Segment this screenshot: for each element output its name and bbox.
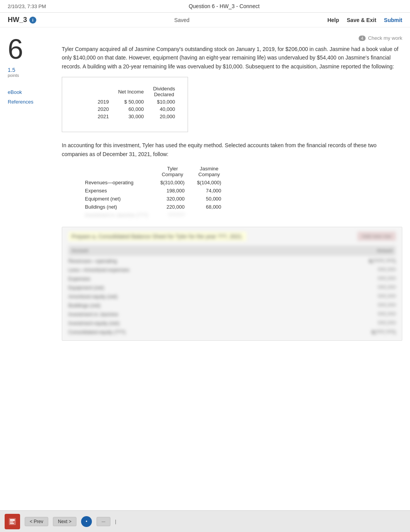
page-title: Question 6 - HW_3 - Connect: [189, 3, 260, 9]
answer-row-8-value: ???,???: [357, 320, 396, 326]
save-exit-button[interactable]: Save & Exit: [347, 17, 376, 23]
answer-row-5: Amortized equity (net) ???,???: [68, 293, 396, 300]
income-table-header: Net Income DividendsDeclared: [93, 85, 180, 98]
net-income-2020: 60,000: [114, 105, 148, 113]
taskbar: < Prev Next > • ··· |: [0, 510, 410, 532]
buildings-jasmine: 68,000: [191, 203, 227, 211]
main-content: 6 1.5 points eBook References 4 Check my…: [0, 27, 410, 348]
answer-value-header: Amount: [349, 247, 396, 254]
answer-row-8-label: Investment equity (net): [68, 320, 354, 326]
revenues-tyler: $(310,000): [154, 178, 191, 187]
equipment-label: Equipment (net): [85, 195, 154, 203]
answer-row-3-value: ???,???: [357, 276, 396, 282]
answer-label-header: Account: [68, 247, 346, 254]
dividends-2020: 40,000: [148, 105, 180, 113]
revenues-row: Revenues—operating $(310,000) $(104,000): [85, 178, 227, 187]
income-table-container: Net Income DividendsDeclared 2019 $ 50,0…: [62, 77, 188, 132]
companies-header-row: TylerCompany JasmineCompany: [85, 165, 227, 178]
equipment-tyler: 320,000: [154, 195, 191, 203]
app-icon-svg: [8, 517, 17, 526]
buildings-row: Buildings (net) 220,000 68,000: [85, 203, 227, 211]
expenses-row: Expenses 198,000 74,000: [85, 187, 227, 195]
taskbar-app-icon: [5, 514, 20, 529]
answer-row-6: Buildings (net) ???,???: [68, 302, 396, 309]
revenues-jasmine: $(104,000): [191, 178, 227, 187]
ebook-link[interactable]: eBook: [8, 89, 54, 95]
expenses-label: Expenses: [85, 187, 154, 195]
net-income-2021: 30,000: [114, 113, 148, 120]
investment-label-blurred: Investment in Jasmine (???): [85, 211, 154, 219]
companies-table: TylerCompany JasmineCompany Revenues—ope…: [85, 165, 227, 219]
question-text: Tyler Company acquired all of Jasmine Co…: [62, 45, 402, 71]
year-2019: 2019: [93, 98, 114, 105]
hw-title-text: HW_3: [8, 16, 27, 24]
answer-row-7-value: ???,???: [357, 311, 396, 317]
header-bar: HW_3 i Saved Help Save & Exit Submit: [0, 13, 410, 27]
taskbar-page-indicator: •: [81, 516, 92, 527]
answer-row-5-label: Amortized equity (net): [68, 294, 354, 299]
answer-row-9: Consolidated equity (???) $(???,???): [68, 328, 396, 336]
equity-method-text: In accounting for this investment, Tyler…: [62, 141, 402, 158]
answer-row-4: Equipment (net) ???,???: [68, 284, 396, 291]
answer-row-1: Revenues—operating $(????,???): [68, 257, 396, 265]
answer-table-header: Prepare a, Consolidated Balance Sheet fo…: [68, 232, 396, 241]
answer-row-1-value: $(????,???): [357, 258, 396, 264]
check-work-area: 4 Check my work: [62, 35, 402, 41]
sidebar-links: eBook References: [8, 89, 54, 105]
answer-row-7: Investment in Jasmine ???,???: [68, 311, 396, 318]
income-row-2021: 2021 30,000 20,000: [93, 113, 180, 120]
answer-row-2-label: Less—Amortized expenses: [68, 267, 354, 273]
answer-row-1-label: Revenues—operating: [68, 258, 354, 264]
income-table: Net Income DividendsDeclared 2019 $ 50,0…: [93, 85, 180, 120]
points-value: 1.5: [8, 67, 54, 73]
references-link[interactable]: References: [8, 99, 54, 105]
equipment-jasmine: 50,000: [191, 195, 227, 203]
timestamp: 2/10/23, 7:33 PM: [8, 3, 46, 9]
answer-row-6-label: Buildings (net): [68, 303, 354, 308]
check-my-work-button[interactable]: Check my work: [368, 35, 402, 41]
answer-col-headers: Account Amount: [68, 246, 396, 256]
buildings-tyler: 220,000: [154, 203, 191, 211]
equipment-row: Equipment (net) 320,000 50,000: [85, 195, 227, 203]
points-label: points: [8, 73, 54, 78]
answer-section: Prepare a, Consolidated Balance Sheet fo…: [62, 227, 402, 341]
info-icon[interactable]: i: [29, 17, 36, 24]
investment-row-blurred: Investment in Jasmine (???) ??????: [85, 211, 227, 219]
question-number: 6: [8, 35, 54, 63]
dividends-2019: $10,000: [148, 98, 180, 105]
income-col-netincome: Net Income: [114, 85, 148, 98]
saved-status: Saved: [174, 17, 190, 23]
revenues-label: Revenues—operating: [85, 178, 154, 187]
answer-row-9-label: Consolidated equity (???): [68, 329, 354, 335]
year-2021: 2021: [93, 113, 114, 120]
income-row-2020: 2020 60,000 40,000: [93, 105, 180, 113]
submit-button[interactable]: Submit: [384, 17, 402, 23]
answer-row-3-label: Expenses: [68, 276, 354, 282]
expenses-jasmine: 74,000: [191, 187, 227, 195]
answer-row-3: Expenses ???,???: [68, 275, 396, 282]
answer-section-title: Prepare a, Consolidated Balance Sheet fo…: [68, 232, 246, 241]
net-income-2019: $ 50,000: [114, 98, 148, 105]
sidebar: 6 1.5 points eBook References: [8, 35, 54, 341]
investment-jasmine-blurred: [191, 211, 227, 219]
check-work-badge: 4: [359, 36, 366, 41]
prev-button[interactable]: < Prev: [25, 517, 48, 526]
help-button[interactable]: Help: [327, 17, 339, 23]
top-bar: 2/10/23, 7:33 PM Question 6 - HW_3 - Con…: [0, 0, 410, 13]
add-row-button[interactable]: Add new row: [357, 232, 396, 241]
answer-row-7-label: Investment in Jasmine: [68, 311, 354, 317]
income-col-empty: [93, 85, 114, 98]
answer-row-5-value: ???,???: [357, 294, 396, 299]
next-button[interactable]: Next >: [53, 517, 76, 526]
answer-rows: Revenues—operating $(????,???) Less—Amor…: [68, 257, 396, 336]
income-row-2019: 2019 $ 50,000 $10,000: [93, 98, 180, 105]
svg-rect-1: [10, 519, 15, 521]
answer-row-9-value: $(???,???): [357, 329, 396, 335]
content-area: 4 Check my work Tyler Company acquired a…: [62, 35, 402, 341]
jasmine-col-header: JasmineCompany: [191, 165, 227, 178]
taskbar-extra-btn[interactable]: ···: [97, 517, 110, 526]
answer-row-8: Investment equity (net) ???,???: [68, 320, 396, 327]
header-actions: Help Save & Exit Submit: [327, 17, 402, 23]
answer-row-2: Less—Amortized expenses ???,???: [68, 266, 396, 274]
answer-row-4-label: Equipment (net): [68, 285, 354, 291]
